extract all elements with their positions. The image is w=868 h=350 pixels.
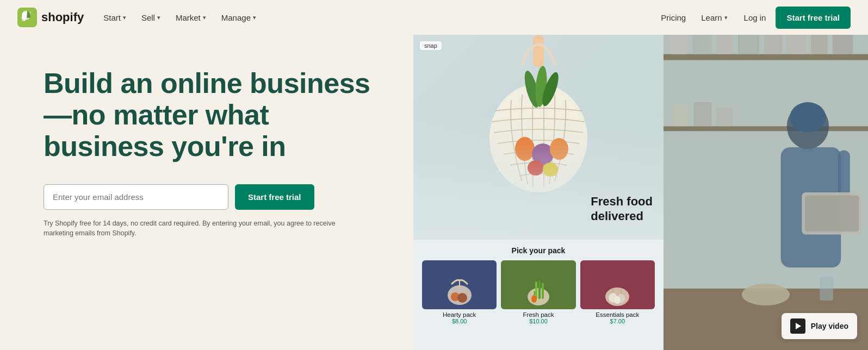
svg-rect-1 bbox=[533, 35, 544, 67]
essentials-pack-thumb bbox=[580, 260, 655, 309]
essentials-pack-name: Essentials pack bbox=[580, 311, 655, 318]
fresh-pack-thumb bbox=[501, 260, 575, 309]
hero-left: Build an online business—no matter what … bbox=[0, 35, 413, 350]
pick-your-pack-section: Pick your pack bbox=[413, 240, 664, 329]
pick-your-pack-label: Pick your pack bbox=[422, 246, 655, 255]
email-form: Start free trial bbox=[44, 184, 381, 210]
nav-left: shopify Start ▾ Sell ▾ Market ▾ Manage ▾ bbox=[17, 8, 263, 27]
svg-rect-17 bbox=[538, 280, 541, 299]
hero-right: snap bbox=[413, 35, 868, 350]
fresh-pack-price: $10.00 bbox=[501, 318, 575, 324]
nav-manage[interactable]: Manage ▾ bbox=[215, 9, 263, 27]
logo[interactable]: shopify bbox=[17, 8, 84, 27]
hero-heading: Build an online business—no matter what … bbox=[44, 67, 381, 162]
nav-right: Pricing Learn ▾ Log in Start free trial bbox=[654, 7, 851, 29]
svg-point-23 bbox=[614, 296, 621, 304]
play-video-button[interactable]: Play video bbox=[782, 313, 857, 339]
nav-cta-button[interactable]: Start free trial bbox=[776, 7, 851, 29]
bag-hero-section: snap bbox=[413, 35, 664, 240]
essentials-pack-image bbox=[601, 276, 634, 306]
svg-rect-18 bbox=[542, 283, 544, 299]
chevron-down-icon: ▾ bbox=[253, 14, 256, 21]
hearty-pack-price: $8.00 bbox=[422, 318, 497, 324]
nav-pricing-link[interactable]: Pricing bbox=[654, 9, 692, 27]
fresh-pack-item[interactable]: Fresh pack $10.00 bbox=[501, 260, 575, 324]
nav-market[interactable]: Market ▾ bbox=[169, 9, 213, 27]
chevron-down-icon: ▾ bbox=[123, 14, 126, 21]
essentials-pack-item[interactable]: Essentials pack $7.00 bbox=[580, 260, 655, 324]
kitchen-photo-area: Play video bbox=[664, 35, 868, 350]
shopify-logo-icon bbox=[17, 8, 37, 27]
svg-point-13 bbox=[457, 293, 467, 303]
svg-point-19 bbox=[531, 295, 537, 303]
play-triangle-icon bbox=[796, 323, 801, 329]
essentials-pack-price: $7.00 bbox=[580, 318, 655, 324]
email-input[interactable] bbox=[44, 184, 228, 210]
hero-cta-button[interactable]: Start free trial bbox=[235, 184, 314, 210]
nav-sell[interactable]: Sell ▾ bbox=[135, 9, 167, 27]
store-demo-card: snap bbox=[413, 35, 664, 350]
hearty-pack-item[interactable]: Hearty pack $8.00 bbox=[422, 260, 497, 324]
pack-grid: Hearty pack $8.00 bbox=[422, 260, 655, 324]
fresh-pack-name: Fresh pack bbox=[501, 311, 575, 318]
kitchen-photo-overlay bbox=[664, 35, 868, 350]
logo-text: shopify bbox=[41, 10, 84, 24]
fresh-pack-image bbox=[522, 276, 555, 306]
chevron-down-icon: ▾ bbox=[157, 14, 160, 21]
hearty-pack-thumb bbox=[422, 260, 497, 309]
disclaimer-text: Try Shopify free for 14 days, no credit … bbox=[44, 218, 359, 239]
hearty-pack-name: Hearty pack bbox=[422, 311, 497, 318]
nav-login-link[interactable]: Log in bbox=[736, 9, 774, 27]
hearty-pack-image bbox=[443, 276, 476, 306]
chevron-down-icon: ▾ bbox=[724, 14, 728, 21]
navigation: shopify Start ▾ Sell ▾ Market ▾ Manage ▾… bbox=[0, 0, 868, 35]
main-layout: Build an online business—no matter what … bbox=[0, 35, 868, 350]
nav-learn-link[interactable]: Learn ▾ bbox=[695, 9, 734, 27]
nav-links: Start ▾ Sell ▾ Market ▾ Manage ▾ bbox=[97, 9, 263, 27]
fresh-food-text: Fresh food delivered bbox=[591, 195, 653, 223]
play-video-label: Play video bbox=[811, 322, 848, 330]
play-icon bbox=[790, 318, 805, 334]
chevron-down-icon: ▾ bbox=[203, 14, 206, 21]
nav-start[interactable]: Start ▾ bbox=[97, 9, 133, 27]
snap-badge: snap bbox=[420, 41, 442, 50]
